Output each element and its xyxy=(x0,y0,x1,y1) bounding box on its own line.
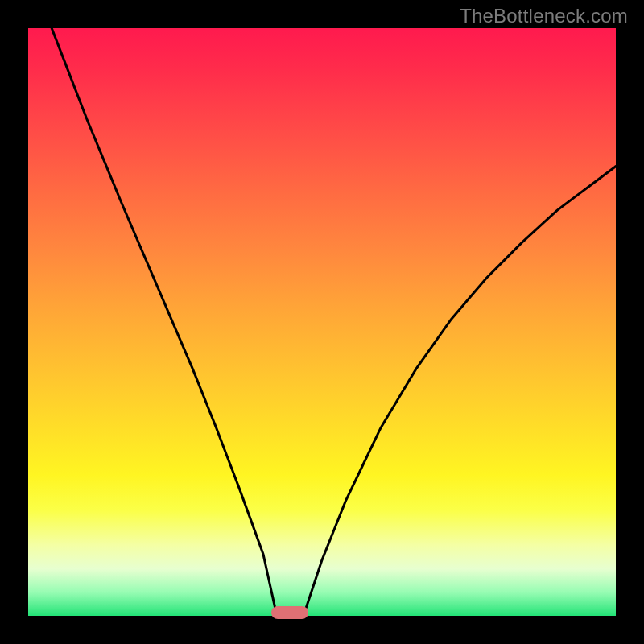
bottleneck-curve xyxy=(28,28,616,616)
watermark-label: TheBottleneck.com xyxy=(460,5,628,27)
bottleneck-marker xyxy=(271,606,308,619)
plot-area xyxy=(28,28,616,616)
chart-frame: TheBottleneck.com xyxy=(0,0,644,644)
